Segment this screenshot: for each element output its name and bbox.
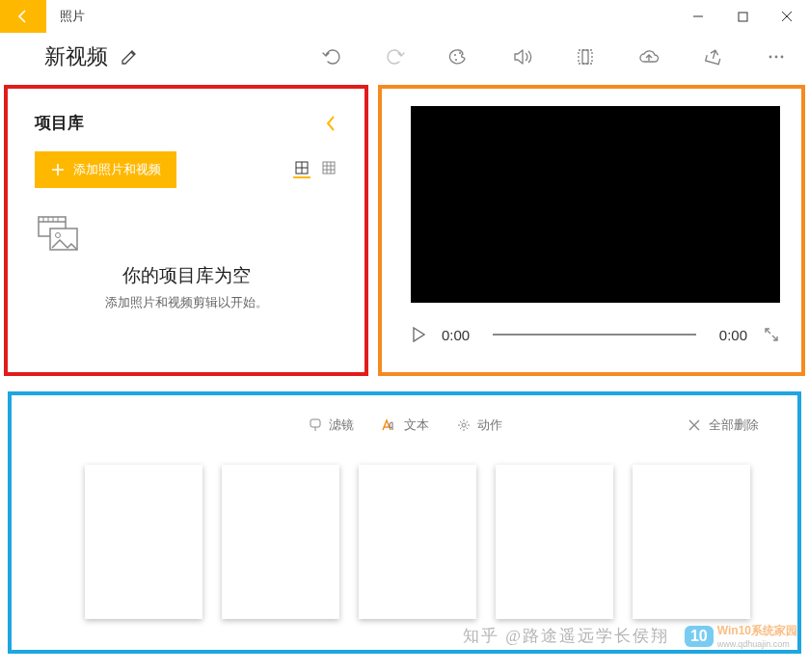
svg-rect-5 xyxy=(579,50,592,64)
add-media-label: 添加照片和视频 xyxy=(73,161,161,178)
aspect-ratio-icon xyxy=(576,47,595,67)
total-time: 0:00 xyxy=(719,327,747,343)
view-large-button[interactable] xyxy=(293,161,310,178)
storyboard-clip-slot[interactable] xyxy=(222,465,339,619)
view-small-button[interactable] xyxy=(320,161,337,178)
storyboard-panel: 滤镜 文本 动作 全部删除 xyxy=(8,391,801,654)
redo-icon xyxy=(385,47,406,67)
library-empty-subtitle: 添加照片和视频剪辑以开始。 xyxy=(35,294,337,311)
storyboard-clip-slot[interactable] xyxy=(496,465,613,619)
storyboard-clip-slot[interactable] xyxy=(359,465,476,619)
maximize-button[interactable] xyxy=(720,0,765,33)
preview-panel: 0:00 0:00 xyxy=(378,85,805,376)
project-title: 新视频 xyxy=(44,42,108,71)
svg-point-7 xyxy=(769,56,772,59)
text-label: 文本 xyxy=(404,417,429,434)
collapse-library-button[interactable] xyxy=(324,113,337,134)
storyboard-clip-slot[interactable] xyxy=(85,465,202,619)
motion-button[interactable]: 动作 xyxy=(456,417,502,434)
rename-button[interactable] xyxy=(120,47,139,67)
svg-rect-6 xyxy=(582,50,588,64)
library-empty-state: 你的项目库为空 添加照片和视频剪辑以开始。 xyxy=(35,215,337,311)
play-button[interactable] xyxy=(411,326,426,343)
grid-small-icon xyxy=(322,161,336,175)
aspect-button[interactable] xyxy=(576,47,595,67)
add-media-button[interactable]: 添加照片和视频 xyxy=(35,151,176,188)
share-button[interactable] xyxy=(703,47,724,67)
undo-button[interactable] xyxy=(321,47,342,67)
svg-point-4 xyxy=(459,52,461,54)
storyboard-clip-slot[interactable] xyxy=(633,465,750,619)
window-controls xyxy=(676,0,809,33)
cloud-button[interactable] xyxy=(637,47,661,67)
fullscreen-button[interactable] xyxy=(763,326,780,343)
library-panel: 项目库 添加照片和视频 xyxy=(4,85,368,376)
play-icon xyxy=(411,326,426,343)
app-title: 照片 xyxy=(60,8,85,25)
svg-rect-26 xyxy=(310,419,320,427)
svg-point-2 xyxy=(454,54,456,56)
filters-button[interactable]: 滤镜 xyxy=(308,417,354,434)
close-button[interactable] xyxy=(765,0,809,33)
minimize-icon xyxy=(692,11,704,22)
motion-label: 动作 xyxy=(477,417,502,434)
close-icon xyxy=(781,11,793,22)
video-preview[interactable] xyxy=(411,106,780,303)
motion-icon xyxy=(456,417,472,433)
undo-icon xyxy=(321,47,342,67)
library-empty-title: 你的项目库为空 xyxy=(35,263,337,288)
theme-button[interactable] xyxy=(448,47,470,67)
library-title: 项目库 xyxy=(35,112,84,134)
cloud-upload-icon xyxy=(637,47,661,67)
delete-all-button[interactable]: 全部删除 xyxy=(688,417,759,434)
svg-point-8 xyxy=(775,56,778,59)
grid-large-icon xyxy=(295,161,309,175)
svg-point-3 xyxy=(455,59,457,61)
svg-rect-13 xyxy=(323,162,335,174)
seek-bar[interactable] xyxy=(493,334,696,336)
text-icon xyxy=(381,417,398,433)
plus-icon xyxy=(50,162,66,177)
text-button[interactable]: 文本 xyxy=(381,417,429,434)
palette-icon xyxy=(448,47,470,67)
more-button[interactable] xyxy=(767,47,786,67)
filters-label: 滤镜 xyxy=(329,417,354,434)
pencil-icon xyxy=(120,47,139,67)
more-icon xyxy=(767,47,786,67)
svg-point-28 xyxy=(462,423,466,427)
back-button[interactable] xyxy=(0,0,46,33)
storyboard-clips xyxy=(31,465,778,619)
audio-button[interactable] xyxy=(512,47,533,67)
delete-all-label: 全部删除 xyxy=(709,417,759,434)
chevron-left-icon xyxy=(324,113,337,134)
media-empty-icon xyxy=(35,215,81,254)
maximize-icon xyxy=(738,12,748,22)
minimize-button[interactable] xyxy=(676,0,720,33)
filter-icon xyxy=(308,417,323,433)
redo-button[interactable] xyxy=(385,47,406,67)
share-icon xyxy=(703,47,724,67)
current-time: 0:00 xyxy=(442,327,470,343)
svg-point-9 xyxy=(781,56,784,59)
x-icon xyxy=(688,418,701,432)
expand-icon xyxy=(763,326,780,343)
arrow-left-icon xyxy=(15,9,31,24)
speaker-icon xyxy=(512,47,533,67)
svg-rect-1 xyxy=(739,13,747,21)
